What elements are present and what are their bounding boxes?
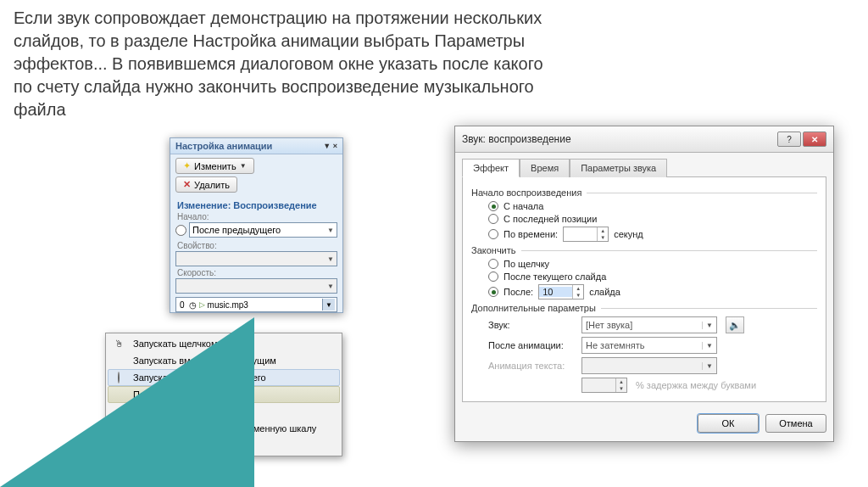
chevron-down-icon: ▼: [240, 162, 247, 170]
radio-icon: [488, 201, 498, 211]
radio-after-current[interactable]: После текущего слайда: [488, 271, 817, 282]
chevron-down-icon: ▼: [702, 322, 713, 329]
speaker-button[interactable]: 🔈: [726, 316, 744, 333]
ok-button[interactable]: ОК: [698, 414, 759, 433]
radio-icon: [488, 229, 498, 239]
after-animation-label: После анимации:: [488, 340, 573, 350]
chevron-down-icon: ▼: [702, 362, 713, 370]
spinner-value: 10: [539, 287, 572, 297]
radio-from-last[interactable]: С последней позиции: [488, 214, 817, 224]
close-button[interactable]: ✕: [803, 132, 826, 147]
tab-sound-params[interactable]: Параметры звука: [570, 159, 667, 177]
spin-down-icon[interactable]: ▼: [598, 234, 608, 241]
delete-button-label: Удалить: [194, 180, 230, 190]
radio-icon: [488, 287, 498, 297]
clock-icon: [175, 225, 186, 236]
text-animation-combo: ▼: [581, 357, 717, 374]
extra-group-label: Дополнительные параметры: [471, 303, 817, 313]
chevron-down-icon: ▼: [327, 227, 334, 234]
chevron-down-icon: ▼: [702, 342, 713, 350]
clock-icon: ◷: [189, 300, 197, 310]
change-section-title: Изменение: Воспроизведение: [177, 200, 336, 210]
delete-button[interactable]: ✕ Удалить: [175, 176, 237, 193]
radio-on-click[interactable]: По щелчку: [488, 259, 817, 269]
time-spinner[interactable]: ▲▼: [563, 227, 609, 242]
anim-file-label: music.mp3: [208, 300, 248, 310]
change-button-label: Изменить: [194, 161, 236, 171]
property-combo: ▼: [175, 251, 337, 266]
decorative-triangle: [0, 317, 254, 487]
radio-label: С начала: [504, 201, 543, 211]
radio-label: С последней позиции: [504, 214, 597, 224]
start-combo[interactable]: После предыдущего ▼: [189, 222, 337, 238]
chevron-down-icon: ▼: [327, 255, 334, 263]
speed-combo: ▼: [175, 278, 337, 294]
pane-title: Настройка анимации: [175, 141, 272, 151]
after-spinner[interactable]: 10 ▲▼: [538, 284, 584, 299]
star-icon: ✦: [183, 160, 191, 171]
combo-value: Не затемнять: [586, 340, 644, 350]
anim-index: 0: [178, 300, 186, 310]
spin-up-icon[interactable]: ▲: [573, 285, 583, 292]
instruction-paragraph: Если звук сопровождает демонстрацию на п…: [0, 0, 576, 128]
combo-value: [Нет звука]: [586, 320, 632, 330]
tab-body: Начало воспроизведения С начала С послед…: [462, 176, 826, 402]
pane-dropdown-icon[interactable]: ▼ ×: [323, 142, 337, 150]
animation-pane: Настройка анимации ▼ × ✦ Изменить ▼ ✕ Уд…: [170, 137, 343, 313]
delay-spinner: ▲▼: [581, 378, 627, 393]
radio-icon: [488, 271, 498, 282]
radio-icon: [488, 259, 498, 269]
tab-time[interactable]: Время: [520, 159, 570, 177]
tab-row: Эффект Время Параметры звука: [455, 153, 833, 176]
help-button[interactable]: ?: [777, 132, 801, 147]
dialog-title: Звук: воспроизведение: [462, 133, 571, 145]
text-animation-label: Анимация текста:: [488, 361, 573, 371]
change-button[interactable]: ✦ Изменить ▼: [175, 158, 254, 174]
delay-label: % задержка между буквами: [636, 380, 756, 390]
unit-label: секунд: [614, 229, 643, 239]
spin-up-icon[interactable]: ▲: [598, 227, 608, 234]
chevron-down-icon[interactable]: ▼: [322, 299, 335, 311]
play-icon: ▷: [199, 300, 205, 309]
animation-list-item[interactable]: 0 ◷ ▷ music.mp3 ▼: [175, 297, 337, 312]
x-icon: ✕: [183, 179, 191, 190]
radio-by-time[interactable]: По времени: ▲▼ секунд: [488, 227, 817, 242]
property-label: Свойство:: [177, 241, 336, 250]
radio-label: По щелчку: [504, 259, 549, 269]
radio-label: После:: [504, 287, 533, 297]
chevron-down-icon: ▼: [327, 283, 334, 290]
radio-from-start[interactable]: С начала: [488, 201, 817, 211]
dialog-titlebar: Звук: воспроизведение ? ✕: [455, 126, 833, 153]
radio-label: По времени:: [504, 229, 558, 239]
sound-play-dialog: Звук: воспроизведение ? ✕ Эффект Время П…: [454, 126, 834, 442]
tab-effect[interactable]: Эффект: [462, 159, 520, 177]
unit-label: слайда: [589, 287, 620, 297]
radio-label: После текущего слайда: [504, 271, 606, 282]
radio-icon: [488, 214, 498, 224]
after-animation-combo[interactable]: Не затемнять ▼: [581, 337, 717, 354]
sound-combo[interactable]: [Нет звука] ▼: [581, 316, 717, 333]
start-group-label: Начало воспроизведения: [471, 188, 817, 198]
spin-down-icon[interactable]: ▼: [573, 292, 583, 299]
radio-after-n[interactable]: После: 10 ▲▼ слайда: [488, 284, 817, 299]
cancel-button[interactable]: Отмена: [765, 414, 826, 433]
pane-title-bar: Настройка анимации ▼ ×: [170, 138, 342, 154]
start-label: Начало:: [177, 212, 336, 221]
sound-label: Звук:: [488, 320, 573, 330]
speed-label: Скорость:: [177, 268, 336, 277]
end-group-label: Закончить: [471, 245, 817, 255]
start-combo-value: После предыдущего: [192, 225, 281, 235]
